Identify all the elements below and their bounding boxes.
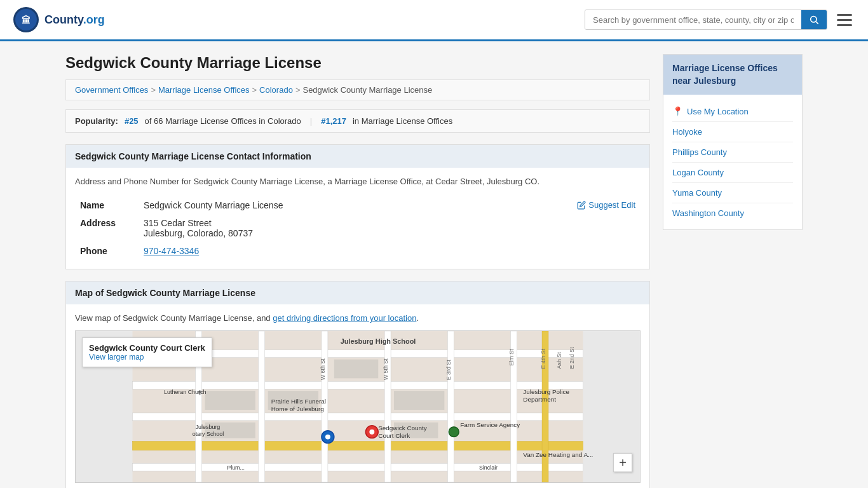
menu-icon-line: [837, 19, 852, 21]
logo-icon: 🏛: [13, 6, 39, 33]
svg-text:Julesburg High School: Julesburg High School: [341, 337, 416, 345]
table-row-name: Name Sedgwick County Marriage License Su…: [75, 196, 641, 214]
edit-icon: [577, 201, 586, 210]
svg-text:E 3rd St: E 3rd St: [445, 360, 452, 381]
svg-rect-28: [334, 360, 378, 379]
svg-rect-12: [259, 331, 265, 482]
breadcrumb-link-marriage[interactable]: Marriage License Offices: [158, 85, 250, 95]
svg-text:Farm Service Agency: Farm Service Agency: [460, 421, 520, 428]
svg-rect-25: [205, 391, 255, 410]
content-area: Sedgwick County Marriage License Governm…: [65, 54, 650, 488]
contact-section: Sedgwick County Marriage License Contact…: [65, 144, 650, 269]
map-container[interactable]: W 6th St W 5th St E 3rd St Elm St E 4th …: [75, 330, 641, 483]
phone-link[interactable]: 970-474-3346: [144, 246, 199, 256]
svg-text:Plum...: Plum...: [227, 464, 245, 471]
map-zoom-button[interactable]: +: [613, 453, 632, 472]
view-larger-map-link[interactable]: View larger map: [89, 353, 144, 362]
svg-text:Sinclair: Sinclair: [479, 464, 498, 471]
svg-text:✝: ✝: [197, 389, 203, 396]
suggest-edit-link[interactable]: Suggest Edit: [577, 200, 635, 210]
popularity-bar: Popularity: #25 of 66 Marriage License O…: [65, 109, 650, 133]
svg-text:Department: Department: [523, 396, 556, 403]
svg-text:Elm St: Elm St: [508, 349, 515, 366]
contact-info-table: Name Sedgwick County Marriage License Su…: [75, 196, 641, 260]
driving-directions-link[interactable]: get driving directions from your locatio…: [273, 313, 416, 323]
phone-value: 970-474-3346: [139, 242, 641, 260]
svg-text:W 5th St: W 5th St: [383, 358, 389, 381]
svg-text:Sedgwick County: Sedgwick County: [378, 424, 427, 431]
popularity-rank-local-text: of 66 Marriage License Offices in Colora…: [145, 116, 301, 126]
popularity-label: Popularity:: [75, 116, 118, 126]
sidebar-link-washington[interactable]: Washington County: [672, 203, 793, 223]
svg-text:otary School: otary School: [193, 431, 224, 437]
site-header: 🏛 County.org: [0, 0, 868, 41]
svg-rect-29: [394, 391, 444, 410]
page-title: Sedgwick County Marriage License: [65, 54, 650, 72]
contact-section-body: Address and Phone Number for Sedgwick Co…: [66, 168, 649, 269]
popularity-divider: |: [310, 116, 312, 126]
breadcrumb: Government Offices > Marriage License Of…: [65, 79, 650, 100]
svg-rect-15: [447, 331, 454, 482]
sidebar-link-logan[interactable]: Logan County: [672, 163, 793, 183]
phone-label: Phone: [75, 242, 139, 260]
logo[interactable]: 🏛 County.org: [13, 6, 105, 33]
search-icon: [809, 15, 819, 25]
breadcrumb-sep: >: [295, 85, 301, 95]
name-value: Sedgwick County Marriage License Suggest…: [139, 196, 641, 214]
map-section: Map of Sedgwick County Marriage License …: [65, 281, 650, 488]
svg-point-3: [811, 17, 817, 22]
contact-description: Address and Phone Number for Sedgwick Co…: [75, 177, 641, 186]
address-line2: Julesburg, Colorado, 80737: [144, 228, 635, 238]
map-description: View map of Sedgwick County Marriage Lic…: [75, 313, 641, 323]
svg-text:Home of Julesburg: Home of Julesburg: [271, 405, 324, 412]
map-overlay: Sedgwick County Court Clerk View larger …: [82, 337, 212, 367]
popularity-rank-local: #25: [125, 116, 139, 126]
search-input[interactable]: [585, 10, 801, 29]
use-my-location-link[interactable]: Use My Location: [687, 107, 749, 116]
sidebar-link-yuma[interactable]: Yuma County: [672, 183, 793, 203]
sidebar-box: Marriage License Offices near Julesburg …: [663, 54, 803, 230]
header-controls: [585, 10, 855, 30]
sidebar-link-holyoke[interactable]: Holyoke: [672, 122, 793, 142]
svg-text:🏛: 🏛: [22, 15, 31, 25]
svg-text:E 4th St: E 4th St: [540, 348, 546, 369]
contact-section-header: Sedgwick County Marriage License Contact…: [66, 145, 649, 168]
sidebar-title: Marriage License Offices near Julesburg: [663, 55, 802, 95]
address-label: Address: [75, 214, 139, 242]
svg-point-35: [449, 427, 459, 437]
svg-text:Court Clerk: Court Clerk: [378, 432, 410, 439]
svg-text:Julesburg: Julesburg: [196, 424, 220, 430]
svg-rect-14: [384, 331, 391, 482]
breadcrumb-sep: >: [151, 85, 156, 95]
address-value: 315 Cedar Street Julesburg, Colorado, 80…: [139, 214, 641, 242]
pin-icon: 📍: [672, 106, 683, 116]
svg-text:E 2nd St: E 2nd St: [569, 347, 575, 369]
menu-icon-line: [837, 14, 852, 16]
svg-line-4: [816, 22, 818, 24]
svg-point-34: [325, 435, 330, 440]
popularity-rank-national: #1,217: [321, 116, 346, 126]
sidebar-use-location: 📍 Use My Location: [672, 101, 793, 122]
map-section-header: Map of Sedgwick County Marriage License: [66, 281, 649, 304]
logo-text: County.org: [44, 13, 105, 27]
main-container: Sedgwick County Marriage License Governm…: [53, 41, 815, 488]
search-button[interactable]: [801, 10, 827, 29]
svg-text:Ash St: Ash St: [556, 352, 562, 369]
sidebar: Marriage License Offices near Julesburg …: [663, 54, 803, 488]
sidebar-link-phillips[interactable]: Phillips County: [672, 142, 793, 163]
breadcrumb-sep: >: [252, 85, 257, 95]
menu-icon-line: [837, 24, 852, 26]
search-bar: [585, 10, 827, 30]
svg-text:W 6th St: W 6th St: [320, 358, 326, 381]
breadcrumb-link-colorado[interactable]: Colorado: [259, 85, 293, 95]
svg-text:Prairie Hills Funeral: Prairie Hills Funeral: [271, 398, 326, 405]
name-label: Name: [75, 196, 139, 214]
svg-text:Julesburg Police: Julesburg Police: [523, 388, 569, 395]
menu-button[interactable]: [834, 11, 855, 29]
map-section-body: View map of Sedgwick County Marriage Lic…: [66, 304, 649, 488]
table-row-address: Address 315 Cedar Street Julesburg, Colo…: [75, 214, 641, 242]
address-line1: 315 Cedar Street: [144, 218, 635, 228]
svg-text:Van Zee Heating and A...: Van Zee Heating and A...: [523, 451, 593, 458]
table-row-phone: Phone 970-474-3346: [75, 242, 641, 260]
breadcrumb-link-gov[interactable]: Government Offices: [75, 85, 148, 95]
